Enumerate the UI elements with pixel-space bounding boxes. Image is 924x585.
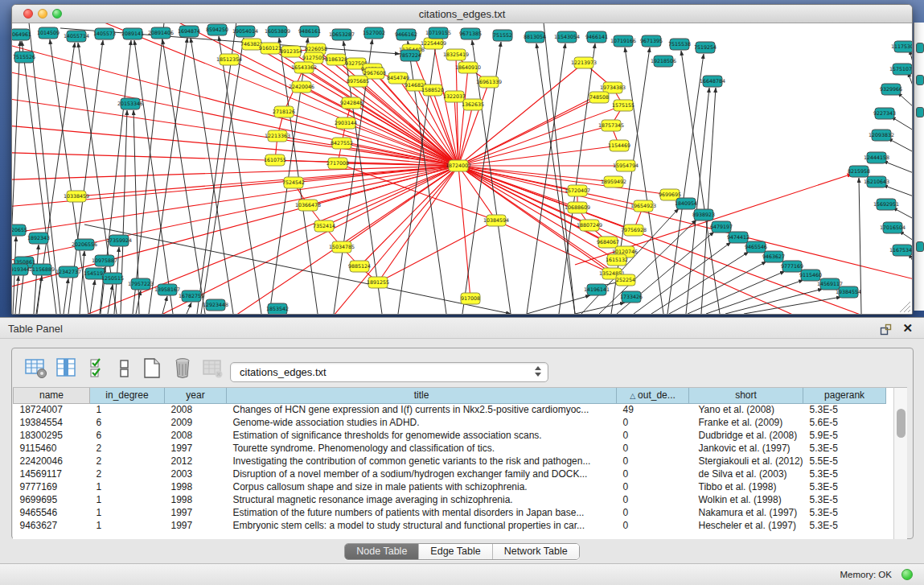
graph-node[interactable]: 12923448 xyxy=(203,299,228,311)
graph-node[interactable]: 1362635 xyxy=(462,99,484,110)
table-row[interactable]: 1456911722003Disruption of a novel membe… xyxy=(14,468,886,480)
graph-node[interactable]: 3919344 xyxy=(12,264,30,275)
table-row[interactable]: 911546021997Tourette syndrome. Phenomeno… xyxy=(14,442,886,455)
graph-node[interactable]: 1615132 xyxy=(606,254,628,266)
graph-node[interactable]: 22420046 xyxy=(289,81,314,93)
graph-node[interactable]: 14196141 xyxy=(584,284,610,295)
tab-node-table[interactable]: Node Table xyxy=(345,544,419,559)
graph-node[interactable]: 12213363 xyxy=(265,130,290,142)
graph-node[interactable]: 10975887 xyxy=(92,255,117,266)
graph-node[interactable]: 18640910 xyxy=(455,62,481,73)
graph-node[interactable]: 9466162 xyxy=(395,29,417,40)
graph-node[interactable]: 8813054 xyxy=(524,31,546,43)
graph-node[interactable]: 252254 xyxy=(616,274,635,286)
graph-node[interactable]: 1840954 xyxy=(675,198,697,209)
graph-node[interactable]: 12342737 xyxy=(55,266,81,278)
graph-node[interactable]: 16543362 xyxy=(291,62,317,73)
graph-node[interactable]: 8594250 xyxy=(206,24,228,35)
graph-node[interactable]: 20153346 xyxy=(117,98,143,109)
graph-node[interactable]: 8186328 xyxy=(325,54,347,65)
graph-node[interactable]: 16648784 xyxy=(700,76,725,87)
graph-node[interactable]: 8912354 xyxy=(280,46,302,57)
scrollbar-thumb[interactable] xyxy=(897,409,906,438)
graph-node[interactable]: 19384554 xyxy=(836,286,861,298)
graph-node[interactable]: 1250515 xyxy=(101,273,124,284)
graph-node[interactable]: 9885124 xyxy=(348,261,371,272)
graph-node[interactable]: 11675345 xyxy=(889,245,912,256)
graph-node[interactable]: 16782759 xyxy=(179,290,204,302)
graph-node[interactable]: 1891255 xyxy=(367,277,389,288)
graph-node[interactable]: 9671395 xyxy=(640,35,663,47)
column-header-short[interactable]: short xyxy=(689,388,803,403)
window-resize-grip[interactable] xyxy=(900,302,910,312)
graph-node[interactable]: 17016504 xyxy=(880,222,906,233)
column-header-out_degree[interactable]: △out_de... xyxy=(617,388,689,403)
new-column-icon[interactable] xyxy=(141,357,163,379)
graph-node[interactable]: 9777169 xyxy=(781,261,803,272)
graph-node[interactable]: 16053809 xyxy=(265,26,290,37)
graph-node[interactable]: 2717008 xyxy=(326,158,349,169)
graph-node[interactable]: 10688609 xyxy=(565,202,590,213)
graph-node[interactable]: 8215958 xyxy=(848,166,870,177)
graph-node[interactable]: 917008 xyxy=(461,293,480,304)
graph-node[interactable]: 1853542 xyxy=(266,303,289,314)
table-row[interactable]: 969969511998Structural magnetic resonanc… xyxy=(14,493,886,506)
graph-node[interactable]: 17957223 xyxy=(128,278,154,290)
graph-node[interactable]: 16961339 xyxy=(476,76,502,88)
table-settings-icon[interactable] xyxy=(25,357,47,379)
graph-node[interactable]: 1322037 xyxy=(443,91,466,102)
select-columns-icon[interactable] xyxy=(88,357,110,379)
graph-node[interactable]: 9684067 xyxy=(597,237,619,248)
graph-node[interactable]: 12213973 xyxy=(571,57,597,68)
graph-node[interactable]: 19054014 xyxy=(232,26,258,37)
graph-node[interactable]: 9329966 xyxy=(880,84,902,95)
graph-node[interactable]: 12444158 xyxy=(864,152,889,163)
graph-node[interactable]: 1154469 xyxy=(608,140,630,151)
graph-node[interactable]: 9115460 xyxy=(799,270,822,281)
graph-node[interactable]: 1405573 xyxy=(93,28,116,39)
graph-node[interactable]: 15692951 xyxy=(873,199,899,210)
graph-node[interactable]: 15954794 xyxy=(613,160,639,171)
graph-node[interactable]: 2089141 xyxy=(121,28,144,39)
graph-node[interactable]: 1588520 xyxy=(421,84,444,96)
graph-node[interactable]: 10366478 xyxy=(295,200,321,211)
graph-node[interactable]: 9242848 xyxy=(340,97,363,109)
table-row[interactable]: 946362711997Embryonic stem cells: a mode… xyxy=(14,519,886,532)
graph-node[interactable]: 10338459 xyxy=(64,191,89,202)
graph-node[interactable]: 7519254 xyxy=(694,42,717,53)
graph-node[interactable]: 8938923 xyxy=(692,209,715,220)
graph-node[interactable]: 15720407 xyxy=(565,185,590,196)
graph-node[interactable]: 1892343 xyxy=(27,233,50,244)
graph-node[interactable]: 9463627 xyxy=(762,251,785,262)
graph-node[interactable]: 7352414 xyxy=(313,220,335,232)
graph-node[interactable]: 10719155 xyxy=(425,27,451,39)
graph-node[interactable]: 11543054 xyxy=(554,31,580,43)
graph-node[interactable]: 14055714 xyxy=(64,31,89,42)
graph-node[interactable]: 13958167 xyxy=(154,284,180,295)
graph-node[interactable]: 1014509 xyxy=(37,27,60,39)
column-header-in_degree[interactable]: in_degree xyxy=(90,388,165,403)
graph-node[interactable]: 9466141 xyxy=(585,31,608,43)
graph-node[interactable]: 18757345 xyxy=(598,120,624,131)
graph-node[interactable]: 1527002 xyxy=(363,27,385,39)
graph-node[interactable]: 1575155 xyxy=(612,100,634,111)
graph-node[interactable]: 2903144 xyxy=(335,117,357,129)
column-header-title[interactable]: title xyxy=(227,388,617,403)
close-panel-icon[interactable]: ✕ xyxy=(902,321,913,336)
graph-node[interactable]: 8975685 xyxy=(347,76,369,87)
graph-node[interactable]: 18959492 xyxy=(601,176,626,187)
graph-node[interactable]: 18807249 xyxy=(577,220,602,231)
graph-node[interactable]: 10384594 xyxy=(483,215,509,226)
column-header-name[interactable]: name xyxy=(14,388,90,403)
graph-node[interactable]: 18512354 xyxy=(216,54,242,65)
show-columns-icon[interactable] xyxy=(55,357,78,379)
graph-node[interactable]: 7515526 xyxy=(13,51,35,63)
table-row[interactable]: 1830029562008Estimation of significance … xyxy=(14,429,886,442)
graph-node[interactable]: 8427552 xyxy=(331,138,353,149)
column-header-year[interactable]: year xyxy=(165,388,227,403)
table-row[interactable]: 1938455462009Genome-wide association stu… xyxy=(14,416,886,429)
graph-node[interactable]: 7515538 xyxy=(668,39,691,50)
graph-node[interactable]: 19654923 xyxy=(630,200,656,212)
graph-node[interactable]: 2718126 xyxy=(273,106,295,117)
graph-node[interactable]: 15751074 xyxy=(889,64,912,75)
